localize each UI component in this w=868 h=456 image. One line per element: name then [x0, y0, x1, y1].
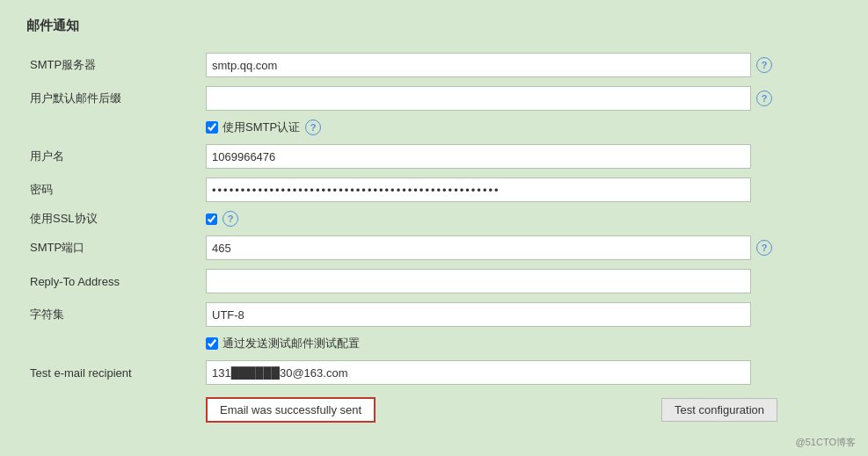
smtp-port-help-icon[interactable]: ? — [756, 240, 772, 256]
email-settings-form: SMTP服务器 ? 用户默认邮件后缀 ? — [26, 48, 842, 427]
action-row: Email was successfully sent Test configu… — [26, 389, 842, 427]
test-email-label: Test e-mail recipient — [26, 356, 202, 389]
test-config-label: 通过发送测试邮件测试配置 — [206, 336, 360, 351]
default-suffix-input[interactable] — [206, 86, 751, 111]
test-email-input[interactable] — [206, 360, 751, 385]
test-config-text: 通过发送测试邮件测试配置 — [222, 336, 360, 351]
reply-to-label: Reply-To Address — [26, 264, 202, 298]
smtp-server-input-wrapper: ? — [206, 53, 838, 77]
username-row: 用户名 — [26, 140, 842, 173]
smtp-auth-text: 使用SMTP认证 — [222, 119, 300, 135]
charset-label: 字符集 — [26, 298, 202, 331]
password-row: 密码 — [26, 173, 842, 206]
section-title: 邮件通知 — [26, 18, 842, 34]
test-config-row: 通过发送测试邮件测试配置 — [26, 331, 842, 356]
reply-to-input[interactable] — [206, 269, 751, 293]
password-input-wrapper — [206, 177, 838, 202]
smtp-port-input-wrapper: ? — [206, 235, 838, 260]
smtp-server-label: SMTP服务器 — [26, 48, 202, 82]
smtp-port-row: SMTP端口 ? — [26, 231, 842, 264]
test-email-input-wrapper — [206, 360, 838, 385]
test-config-checkbox[interactable] — [206, 337, 218, 350]
password-input[interactable] — [206, 177, 751, 202]
test-configuration-button[interactable]: Test configuration — [661, 398, 777, 422]
success-message: Email was successfully sent — [206, 397, 376, 423]
default-suffix-input-wrapper: ? — [206, 86, 838, 111]
smtp-port-label: SMTP端口 — [26, 231, 202, 264]
smtp-auth-checkbox[interactable] — [206, 121, 218, 134]
smtp-port-input[interactable] — [206, 235, 751, 260]
default-suffix-help-icon[interactable]: ? — [756, 90, 772, 106]
charset-input[interactable] — [206, 302, 751, 327]
charset-input-wrapper — [206, 302, 838, 327]
test-email-row: Test e-mail recipient — [26, 356, 842, 389]
charset-row: 字符集 — [26, 298, 842, 331]
ssl-row: 使用SSL协议 ? — [26, 206, 842, 231]
page-container: 邮件通知 SMTP服务器 ? 用户默认邮件后缀 ? — [0, 0, 868, 456]
smtp-server-input[interactable] — [206, 53, 751, 77]
smtp-server-row: SMTP服务器 ? — [26, 48, 842, 82]
default-suffix-label: 用户默认邮件后缀 — [26, 82, 202, 115]
username-input-wrapper — [206, 144, 838, 169]
username-input[interactable] — [206, 144, 751, 169]
watermark: @51CTO博客 — [796, 436, 856, 449]
smtp-server-help-icon[interactable]: ? — [756, 57, 772, 73]
default-suffix-row: 用户默认邮件后缀 ? — [26, 82, 842, 115]
ssl-label: 使用SSL协议 — [26, 206, 202, 231]
smtp-auth-row: 使用SMTP认证 ? — [26, 115, 842, 140]
reply-to-input-wrapper — [206, 269, 838, 293]
username-label: 用户名 — [26, 140, 202, 173]
reply-to-row: Reply-To Address — [26, 264, 842, 298]
smtp-auth-label: 使用SMTP认证 — [206, 119, 300, 135]
ssl-help-icon[interactable]: ? — [222, 211, 238, 227]
smtp-auth-help-icon[interactable]: ? — [305, 119, 321, 135]
password-label: 密码 — [26, 173, 202, 206]
ssl-checkbox[interactable] — [206, 214, 217, 225]
